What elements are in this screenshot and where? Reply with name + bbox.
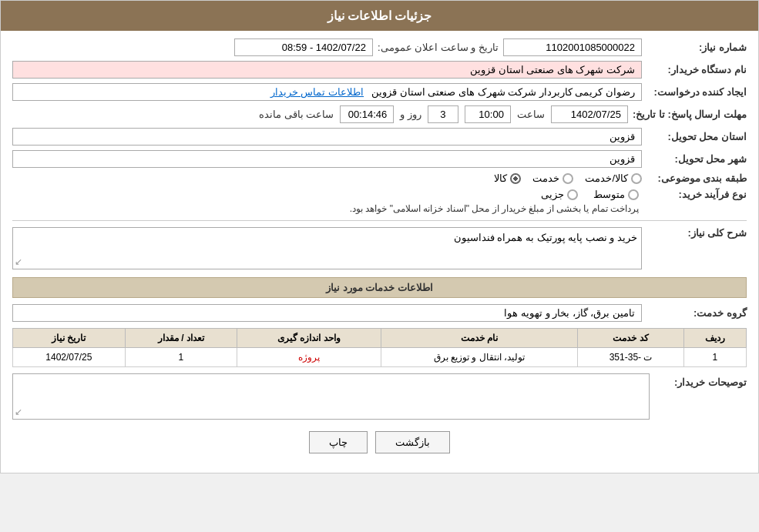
- category-option-kala[interactable]: کالا: [494, 172, 521, 184]
- page-title: جزئیات اطلاعات نیاز: [1, 1, 758, 31]
- category-label: طبقه بندی موضوعی:: [646, 172, 747, 184]
- creator-contact-link[interactable]: اطلاعات تماس خریدار: [270, 86, 364, 98]
- need-description-value: خرید و نصب پایه پورتیک به همراه فنداسیون: [454, 232, 637, 243]
- announce-date-value: 1402/07/22 - 08:59: [234, 38, 373, 56]
- province-label: استان محل تحویل:: [646, 131, 747, 142]
- cell-service_code: ت -35-351: [578, 348, 683, 367]
- cell-date: 1402/07/25: [13, 348, 126, 367]
- buyer-org-label: نام دستگاه خریدار:: [646, 64, 747, 75]
- province-value: قزوین: [12, 128, 642, 146]
- cell-quantity: 1: [125, 348, 237, 367]
- col-header-row-num: ردیف: [683, 329, 746, 348]
- deadline-remaining: 00:14:46: [340, 105, 394, 123]
- deadline-remaining-label: ساعت باقی مانده: [259, 109, 334, 120]
- col-header-service-name: نام خدمت: [381, 329, 578, 348]
- deadline-date: 1402/07/25: [551, 105, 628, 123]
- col-header-service-code: کد خدمت: [578, 329, 683, 348]
- purchase-type-note: پرداخت تمام یا بخشی از مبلغ خریدار از مح…: [350, 203, 639, 214]
- deadline-label: مهلت ارسال پاسخ: تا تاریخ:: [633, 109, 747, 120]
- deadline-days: 3: [428, 105, 458, 123]
- creator-value: رضوان کریمی کاربردار شرکت شهرک های صنعتی…: [371, 86, 635, 98]
- table-row: 1ت -35-351تولید، انتقال و توزیع برقپروژه…: [13, 348, 747, 367]
- deadline-days-label: روز و: [400, 109, 421, 120]
- category-option-label-kala: کالا: [494, 172, 507, 184]
- announce-date-label: تاریخ و ساعت اعلان عمومی:: [378, 42, 499, 53]
- purchase-type-motavasset-label: متوسط: [593, 189, 625, 200]
- buyer-org-value: شرکت شهرک های صنعتی استان قزوین: [12, 61, 642, 79]
- purchase-type-jozi[interactable]: جزیی: [541, 189, 578, 200]
- city-value: قزوین: [12, 150, 642, 168]
- col-header-date: تاریخ نیاز: [13, 329, 126, 348]
- category-option-kala-khedmat[interactable]: کالا/خدمت: [585, 172, 642, 184]
- deadline-time: 10:00: [465, 105, 511, 123]
- city-label: شهر محل تحویل:: [646, 153, 747, 165]
- need-number-value: 1102001085000022: [503, 38, 642, 56]
- services-table: ردیف کد خدمت نام خدمت واحد اندازه گیری ت…: [12, 328, 747, 367]
- radio-circle-motavasset: [628, 189, 639, 200]
- deadline-time-label: ساعت: [517, 109, 545, 120]
- col-header-unit: واحد اندازه گیری: [237, 329, 381, 348]
- radio-circle-khedmat: [563, 173, 573, 184]
- buyer-desc-box: [12, 373, 650, 420]
- back-button[interactable]: بازگشت: [375, 431, 450, 453]
- action-buttons: بازگشت چاپ: [12, 431, 747, 453]
- cell-unit: پروژه: [237, 348, 381, 367]
- purchase-type-jozi-label: جزیی: [541, 189, 564, 200]
- need-description-box: خرید و نصب پایه پورتیک به همراه فنداسیون: [12, 227, 642, 269]
- buyer-desc-label: توصیحات خریدار:: [654, 373, 747, 388]
- need-description-label: شرح کلی نیاز:: [646, 227, 747, 239]
- print-button[interactable]: چاپ: [309, 431, 368, 453]
- radio-circle-kala-khedmat: [631, 173, 642, 184]
- category-option-label-khedmat: خدمت: [532, 172, 559, 184]
- creator-label: ایجاد کننده درخواست:: [646, 86, 747, 98]
- cell-service_name: تولید، انتقال و توزیع برق: [381, 348, 578, 367]
- radio-circle-jozi: [567, 189, 578, 200]
- category-radio-group: کالا/خدمت خدمت کالا: [494, 172, 642, 184]
- purchase-type-label: نوع فرآیند خرید:: [646, 189, 747, 200]
- col-header-quantity: تعداد / مقدار: [125, 329, 237, 348]
- cell-row_num: 1: [683, 348, 746, 367]
- services-section-title: اطلاعات خدمات مورد نیاز: [12, 277, 747, 298]
- category-option-khedmat[interactable]: خدمت: [532, 172, 573, 184]
- service-group-label: گروه خدمت:: [646, 307, 747, 319]
- category-option-label-kala-khedmat: کالا/خدمت: [585, 172, 628, 184]
- purchase-type-motavasset[interactable]: متوسط: [593, 189, 639, 200]
- need-number-label: شماره نیاز:: [646, 42, 747, 53]
- service-group-value: تامین برق، گاز، بخار و تهویه هوا: [12, 304, 642, 322]
- radio-circle-kala: [510, 173, 521, 184]
